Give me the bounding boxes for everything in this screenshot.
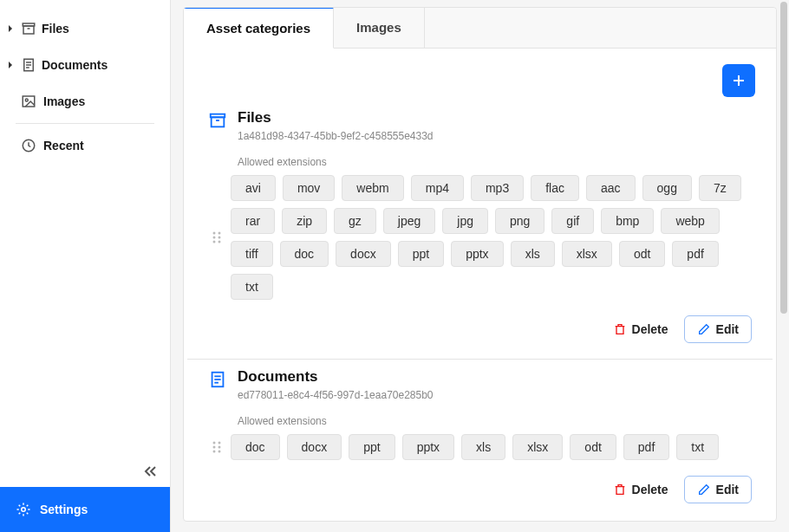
extension-pill: gz [334, 208, 376, 234]
extension-pill: flac [531, 175, 579, 201]
trash-icon [613, 483, 627, 496]
extension-pill: webp [661, 208, 719, 234]
extension-pill: tiff [231, 241, 273, 267]
svg-point-27 [218, 446, 221, 449]
svg-point-8 [25, 99, 28, 101]
extensions-list: docdocxpptpptxxlsxlsxodtpdftxt [231, 434, 752, 460]
svg-point-19 [218, 241, 221, 243]
extension-pill: mov [283, 175, 335, 201]
category-id: ed778011-e8c4-4f56-997d-1eaa70e285b0 [238, 389, 434, 401]
drag-handle-icon[interactable] [208, 440, 231, 454]
sidebar-tree-label: Documents [42, 58, 108, 72]
sidebar-nav-recent[interactable]: Recent [0, 127, 170, 164]
allowed-extensions-label: Allowed extensions [238, 415, 752, 427]
collapse-sidebar-button[interactable] [0, 456, 170, 487]
sidebar-tree-documents[interactable]: Documents [0, 47, 170, 83]
svg-point-28 [213, 451, 216, 453]
extension-pill: txt [676, 434, 719, 460]
settings-panel: Asset categories Images Files 1a481d98-4… [183, 7, 777, 522]
extension-pill: webm [342, 175, 403, 201]
clock-icon [21, 138, 36, 153]
category-id: 1a481d98-4347-45bb-9ef2-c458555e433d [238, 130, 434, 142]
delete-label: Delete [632, 322, 668, 336]
svg-point-15 [218, 232, 221, 235]
document-icon [208, 370, 227, 389]
svg-point-14 [213, 232, 216, 235]
svg-point-26 [213, 446, 216, 449]
extension-pill: bmp [601, 208, 654, 234]
extension-pill: ppt [398, 241, 444, 267]
tab-asset-categories[interactable]: Asset categories [184, 7, 334, 49]
svg-rect-7 [23, 96, 35, 107]
sidebar-nav-label: Images [43, 94, 85, 108]
extension-pill: avi [231, 175, 276, 201]
sidebar-nav-images[interactable]: Images [0, 83, 170, 120]
edit-label: Edit [716, 483, 739, 496]
settings-label: Settings [40, 503, 88, 516]
settings-button[interactable]: Settings [0, 487, 170, 532]
archive-icon [208, 111, 227, 130]
delete-label: Delete [632, 483, 668, 496]
extension-pill: docx [336, 241, 391, 267]
svg-point-10 [22, 508, 26, 512]
extension-pill: xlsx [562, 241, 612, 267]
chevron-right-icon [7, 25, 16, 32]
category-card: Documents ed778011-e8c4-4f56-997d-1eaa70… [187, 360, 773, 519]
svg-rect-12 [212, 117, 225, 127]
extension-pill: gif [551, 208, 594, 234]
extension-pill: mp4 [411, 175, 464, 201]
add-category-button[interactable] [722, 64, 755, 97]
sidebar-tree-files[interactable]: Files [0, 10, 170, 47]
sidebar: Files Documents Images [0, 0, 171, 532]
sidebar-nav-label: Recent [43, 139, 84, 152]
edit-button[interactable]: Edit [684, 315, 752, 343]
svg-point-29 [218, 451, 221, 453]
category-card: Files 1a481d98-4347-45bb-9ef2-c458555e43… [187, 101, 773, 360]
extension-pill: ogg [642, 175, 692, 201]
extension-pill: txt [231, 274, 273, 300]
svg-point-16 [213, 237, 216, 239]
extension-pill: pdf [623, 434, 669, 460]
extension-pill: jpg [442, 208, 488, 234]
chevrons-left-icon [144, 465, 158, 477]
svg-point-18 [213, 241, 216, 243]
extensions-list: avimovwebmmp4mp3flacaacogg7zrarzipgzjpeg… [231, 175, 752, 300]
drag-handle-icon[interactable] [208, 230, 231, 244]
extension-pill: 7z [699, 175, 741, 201]
extension-pill: jpeg [383, 208, 435, 234]
svg-point-17 [218, 237, 221, 239]
tab-images[interactable]: Images [334, 8, 425, 48]
plus-icon [732, 74, 746, 88]
category-title: Files [238, 109, 434, 127]
extension-pill: xlsx [512, 434, 563, 460]
svg-rect-1 [23, 26, 34, 34]
svg-point-25 [218, 442, 221, 444]
chevron-right-icon [7, 62, 16, 68]
extension-pill: zip [282, 208, 327, 234]
extension-pill: pdf [672, 241, 718, 267]
edit-label: Edit [716, 322, 739, 336]
archive-icon [21, 21, 36, 36]
category-title: Documents [238, 368, 434, 386]
edit-button[interactable]: Edit [684, 476, 752, 503]
extension-pill: xls [461, 434, 505, 460]
document-icon [21, 57, 36, 73]
svg-point-24 [213, 442, 216, 444]
delete-button[interactable]: Delete [610, 476, 672, 503]
extension-pill: odt [619, 241, 665, 267]
divider [16, 123, 154, 124]
gear-icon [16, 502, 31, 517]
extension-pill: docx [287, 434, 342, 460]
main-area: Asset categories Images Files 1a481d98-4… [171, 0, 789, 532]
allowed-extensions-label: Allowed extensions [238, 156, 752, 168]
delete-button[interactable]: Delete [610, 315, 672, 343]
pencil-icon [697, 483, 711, 496]
scrollbar[interactable] [780, 2, 787, 314]
extension-pill: pptx [402, 434, 454, 460]
tabs: Asset categories Images [184, 8, 776, 49]
sidebar-tree-label: Files [42, 22, 69, 36]
extension-pill: aac [586, 175, 636, 201]
trash-icon [613, 322, 627, 336]
extension-pill: ppt [349, 434, 394, 460]
image-icon [21, 94, 36, 109]
